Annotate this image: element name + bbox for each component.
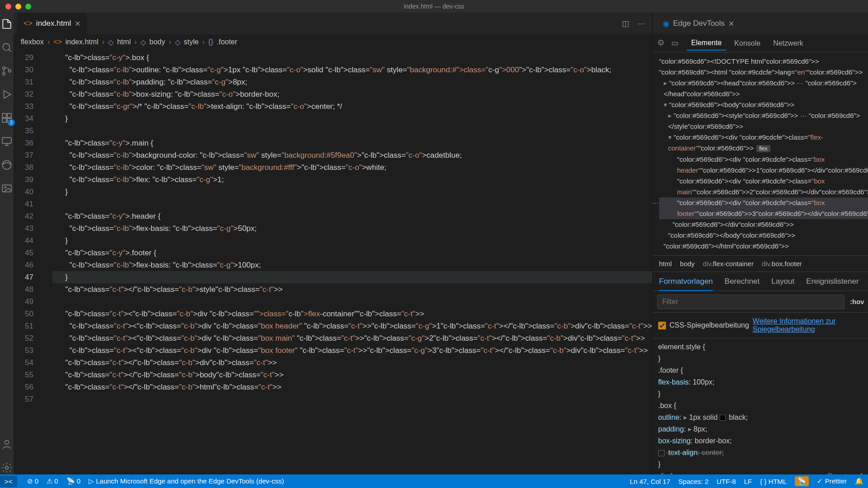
svg-point-1 bbox=[3, 67, 5, 69]
tab-konsole[interactable]: Konsole bbox=[730, 37, 765, 50]
dom-breadcrumb[interactable]: html body div.flex-container div.box.foo… bbox=[653, 256, 868, 272]
svg-rect-10 bbox=[2, 185, 11, 192]
remote-indicator[interactable]: >< bbox=[0, 476, 17, 487]
extensions-badge: 2 bbox=[8, 119, 15, 126]
symbol-icon: ◇ bbox=[175, 38, 180, 47]
css-mirror-checkbox[interactable] bbox=[658, 322, 666, 329]
settings-gear-icon[interactable] bbox=[0, 461, 14, 474]
ports-count[interactable]: 📡 0 bbox=[66, 477, 81, 485]
editor-tab-label: index.html bbox=[36, 19, 71, 28]
hov-toggle[interactable]: :hov bbox=[850, 298, 864, 305]
svg-rect-6 bbox=[2, 118, 6, 122]
indent-setting[interactable]: Spaces: 2 bbox=[679, 478, 709, 485]
errors-count[interactable]: ⊘ 0 bbox=[27, 477, 39, 485]
traffic-lights bbox=[5, 4, 31, 9]
styles-pane[interactable]: element.style {}(Index):48.footer { flex… bbox=[653, 338, 868, 474]
minimize-window[interactable] bbox=[15, 4, 21, 9]
explorer-icon[interactable] bbox=[0, 17, 14, 31]
editor-tabs: <> index.html ✕ ◫ ⋯ bbox=[14, 13, 652, 34]
svg-rect-5 bbox=[7, 113, 11, 117]
more-actions-icon[interactable]: ⋯ bbox=[637, 19, 645, 28]
language-mode[interactable]: { } HTML bbox=[760, 478, 787, 485]
breadcrumbs[interactable]: flexbox› <>index.html› ◇html› ◇body› ◇st… bbox=[14, 34, 652, 50]
image-preview-icon[interactable] bbox=[0, 182, 14, 195]
close-tab-icon[interactable]: ✕ bbox=[728, 19, 734, 28]
close-window[interactable] bbox=[5, 4, 11, 9]
golive-icon[interactable]: 📡 bbox=[795, 476, 809, 486]
split-editor-icon[interactable]: ◫ bbox=[622, 19, 629, 28]
devtools-tab[interactable]: ◉ Edge DevTools ✕ bbox=[656, 13, 741, 34]
svg-point-3 bbox=[9, 70, 11, 72]
window-title: index.html — dev-css bbox=[404, 3, 464, 10]
dom-tree[interactable]: "color:#569cd6"><!DOCTYPE html"color:#56… bbox=[653, 52, 868, 256]
accounts-icon[interactable] bbox=[0, 437, 14, 451]
inspect-element-icon[interactable]: ⯐ bbox=[657, 38, 665, 48]
run-debug-icon[interactable] bbox=[0, 88, 14, 101]
styles-filter-input[interactable] bbox=[657, 295, 844, 309]
devtools-tabs: ◉ Edge DevTools ✕ ⋯ bbox=[653, 13, 868, 34]
extensions-icon[interactable]: 2 bbox=[0, 111, 14, 125]
svg-point-11 bbox=[5, 187, 6, 188]
html-file-icon: <> bbox=[24, 19, 33, 28]
notifications-icon[interactable]: 🔔 bbox=[855, 477, 863, 485]
symbol-icon: {} bbox=[208, 38, 213, 46]
svg-point-13 bbox=[5, 466, 9, 469]
symbol-icon: ◇ bbox=[108, 38, 113, 47]
editor-tab-index[interactable]: <> index.html ✕ bbox=[17, 13, 87, 34]
css-mirror-row: CSS-Spiegelbearbeitung Weitere Informati… bbox=[653, 313, 868, 338]
cursor-position[interactable]: Ln 47, Col 17 bbox=[630, 478, 670, 485]
styles-filter-row: :hov .cls ＋ ⎘ ▭ bbox=[653, 291, 868, 313]
titlebar: index.html — dev-css bbox=[0, 0, 868, 13]
maximize-window[interactable] bbox=[25, 4, 31, 9]
activity-bar: 2 bbox=[0, 13, 14, 474]
svg-point-12 bbox=[5, 440, 9, 444]
remote-explorer-icon[interactable] bbox=[0, 135, 14, 148]
device-toggle-icon[interactable]: ▭ bbox=[671, 38, 679, 48]
search-icon[interactable] bbox=[0, 41, 14, 54]
svg-rect-4 bbox=[2, 113, 6, 117]
close-tab-icon[interactable]: ✕ bbox=[75, 19, 80, 28]
edge-icon: ◉ bbox=[663, 19, 670, 28]
styles-tabs: Formatvorlagen Berechnet Layout Ereignis… bbox=[653, 272, 868, 291]
prettier-status[interactable]: ✓ Prettier bbox=[817, 477, 847, 485]
svg-point-2 bbox=[3, 73, 5, 75]
tab-layout[interactable]: Layout bbox=[771, 277, 794, 286]
tab-berechnet[interactable]: Berechnet bbox=[725, 277, 760, 286]
svg-rect-8 bbox=[2, 137, 11, 143]
symbol-icon: ◇ bbox=[141, 38, 146, 47]
tab-elemente[interactable]: Elemente bbox=[687, 36, 726, 51]
source-control-icon[interactable] bbox=[0, 64, 14, 78]
eol[interactable]: LF bbox=[744, 478, 752, 485]
file-icon: <> bbox=[53, 38, 62, 46]
edge-tools-icon[interactable] bbox=[0, 158, 14, 172]
tab-netzwerk[interactable]: Netzwerk bbox=[769, 37, 808, 50]
tab-ereignislistener[interactable]: Ereignislistener bbox=[806, 277, 859, 286]
status-bar: >< ⊘ 0 ⚠ 0 📡 0 ▷ Launch Microsoft Edge a… bbox=[0, 474, 868, 488]
launch-edge-hint[interactable]: ▷ Launch Microsoft Edge and open the Edg… bbox=[89, 477, 284, 485]
warnings-count[interactable]: ⚠ 0 bbox=[47, 477, 58, 485]
svg-point-9 bbox=[2, 160, 11, 169]
code-editor[interactable]: 2930313233343536373839404142434445464748… bbox=[14, 50, 652, 474]
mirror-info-link[interactable]: Weitere Informationen zur Spiegelbearbei… bbox=[753, 317, 852, 333]
tab-formatvorlagen[interactable]: Formatvorlagen bbox=[659, 277, 713, 291]
svg-point-0 bbox=[3, 43, 9, 50]
devtools-tabbar: ⯐ ▭ Elemente Konsole Netzwerk » ＋ bbox=[653, 34, 868, 52]
encoding[interactable]: UTF-8 bbox=[717, 478, 736, 485]
